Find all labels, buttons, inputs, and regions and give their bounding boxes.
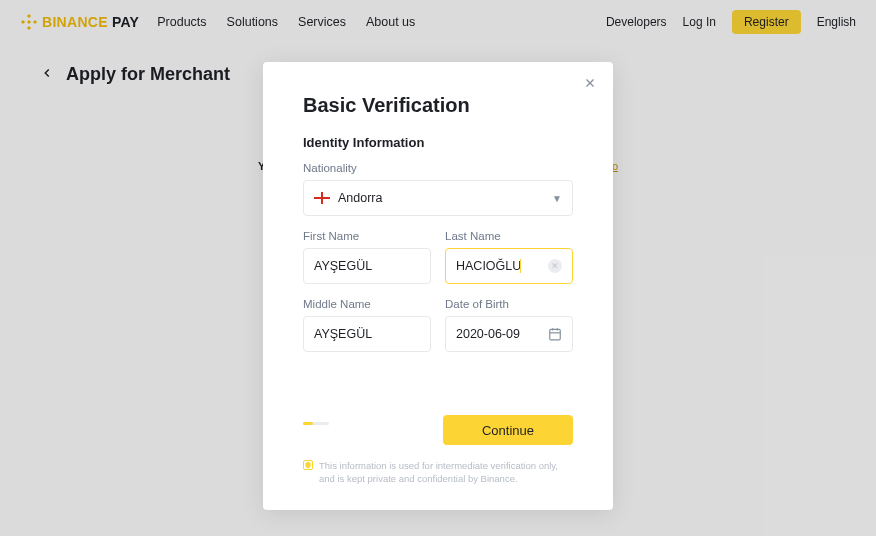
last-name-input[interactable]: HACIOĞLU ✕ — [445, 248, 573, 284]
nationality-label: Nationality — [303, 162, 573, 174]
middle-name-value: AYŞEGÜL — [314, 327, 420, 341]
svg-rect-9 — [321, 192, 323, 204]
last-name-value: HACIOĞLU — [456, 259, 548, 274]
verification-modal: Basic Verification Identity Information … — [263, 62, 613, 510]
chevron-down-icon: ▼ — [552, 193, 562, 204]
close-icon[interactable] — [583, 76, 597, 94]
last-name-field: Last Name HACIOĞLU ✕ — [445, 230, 573, 284]
nationality-select[interactable]: Andorra ▼ — [303, 180, 573, 216]
first-name-input[interactable]: AYŞEGÜL — [303, 248, 431, 284]
middle-name-input[interactable]: AYŞEGÜL — [303, 316, 431, 352]
clear-icon[interactable]: ✕ — [548, 259, 562, 273]
progress-bar — [303, 422, 329, 425]
first-name-value: AYŞEGÜL — [314, 259, 420, 273]
middle-name-field: Middle Name AYŞEGÜL — [303, 298, 431, 352]
nationality-field: Nationality Andorra ▼ — [303, 162, 573, 216]
modal-title: Basic Verification — [303, 94, 573, 117]
footer-note: This information is used for intermediat… — [303, 459, 573, 486]
middle-name-label: Middle Name — [303, 298, 431, 310]
shield-icon — [303, 460, 313, 470]
first-name-field: First Name AYŞEGÜL — [303, 230, 431, 284]
nationality-value: Andorra — [338, 191, 382, 205]
flag-icon — [314, 192, 330, 204]
dob-value: 2020-06-09 — [456, 327, 548, 341]
dob-label: Date of Birth — [445, 298, 573, 310]
progress-fill — [303, 422, 313, 425]
svg-rect-10 — [550, 329, 561, 340]
first-name-label: First Name — [303, 230, 431, 242]
last-name-label: Last Name — [445, 230, 573, 242]
continue-button[interactable]: Continue — [443, 415, 573, 445]
calendar-icon — [548, 327, 562, 341]
note-text: This information is used for intermediat… — [319, 459, 573, 486]
dob-field: Date of Birth 2020-06-09 — [445, 298, 573, 352]
dob-input[interactable]: 2020-06-09 — [445, 316, 573, 352]
section-identity: Identity Information — [303, 135, 573, 150]
